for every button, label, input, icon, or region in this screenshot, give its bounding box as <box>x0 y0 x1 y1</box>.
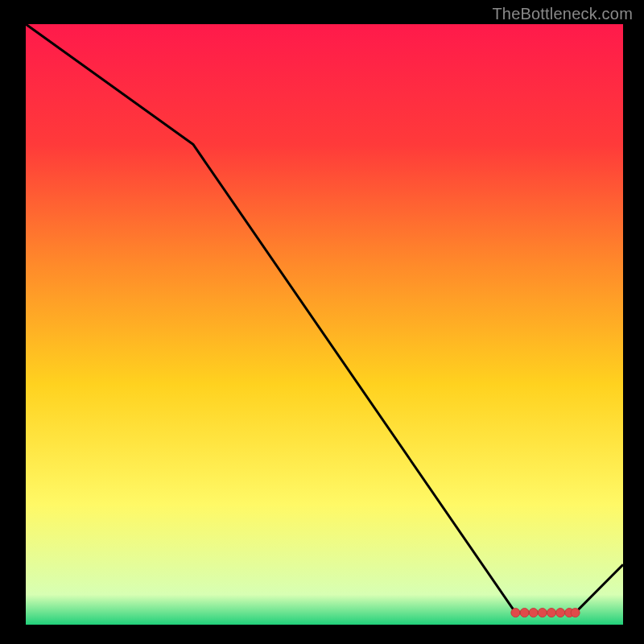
chart-marker <box>520 609 529 617</box>
chart-marker <box>529 609 538 617</box>
chart-marker <box>511 609 520 617</box>
bottleneck-chart <box>0 0 644 644</box>
chart-marker <box>547 609 556 617</box>
chart-container: TheBottleneck.com <box>0 0 644 644</box>
chart-marker <box>556 609 565 617</box>
chart-marker <box>538 609 547 617</box>
chart-marker <box>571 609 580 617</box>
watermark-text: TheBottleneck.com <box>492 5 633 23</box>
chart-background <box>26 24 623 625</box>
